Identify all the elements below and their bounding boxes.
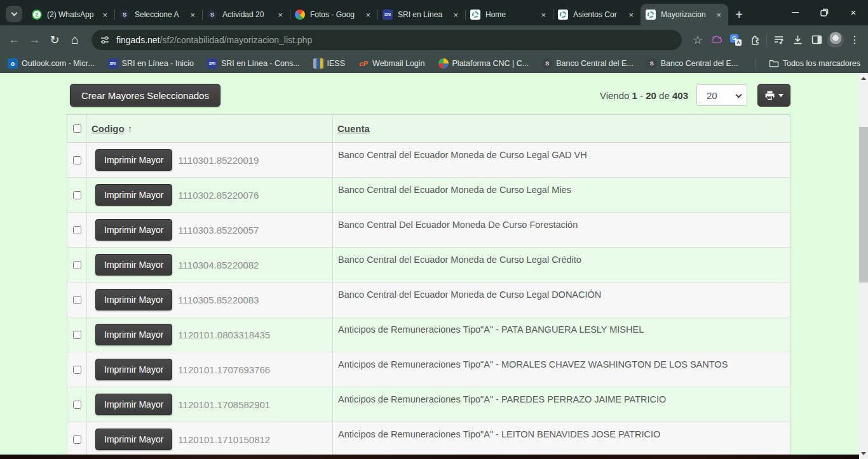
codigo-value: 1120101.0803318435 bbox=[178, 329, 270, 340]
table-row: Imprimir Mayor 1110305.85220083 Banco Ce… bbox=[67, 283, 790, 317]
imprimir-mayor-button[interactable]: Imprimir Mayor bbox=[95, 219, 172, 241]
forward-button[interactable]: → bbox=[24, 33, 44, 46]
row-checkbox[interactable] bbox=[73, 366, 81, 374]
scrollbar-thumb[interactable] bbox=[859, 127, 868, 283]
sort-ascending-icon[interactable]: ↑ bbox=[128, 123, 133, 134]
row-checkbox[interactable] bbox=[73, 401, 81, 409]
tab-close-icon[interactable]: × bbox=[539, 11, 548, 19]
all-bookmarks-button[interactable]: Todos los marcadores bbox=[769, 54, 860, 73]
browser-menu-icon[interactable]: ⋮ bbox=[845, 30, 864, 50]
vertical-scrollbar[interactable] bbox=[859, 73, 868, 459]
scroll-up-button[interactable] bbox=[859, 73, 868, 84]
window-restore-button[interactable] bbox=[810, 0, 839, 24]
table-row: Imprimir Mayor 1120101.1707693766 Antici… bbox=[67, 352, 790, 387]
bookmark-sri-inicio[interactable]: SRI SRI en Línea - Inicio bbox=[108, 58, 194, 69]
tab-close-icon[interactable]: × bbox=[188, 11, 197, 19]
page-size-value: 20 bbox=[707, 90, 717, 101]
cuenta-value: Anticipos de Remuneraciones Tipo"A" - MO… bbox=[333, 352, 790, 387]
back-button[interactable]: ← bbox=[4, 33, 24, 46]
imprimir-mayor-button[interactable]: Imprimir Mayor bbox=[95, 359, 172, 380]
extensions-puzzle-icon[interactable] bbox=[745, 30, 764, 50]
scroll-down-button[interactable] bbox=[859, 448, 868, 459]
bookmark-webmail[interactable]: cP Webmail Login bbox=[358, 58, 424, 69]
row-checkbox[interactable] bbox=[73, 261, 81, 269]
tab-close-icon[interactable]: × bbox=[100, 11, 109, 19]
tab-mayorizacion-active[interactable]: Mayorizacion × bbox=[641, 4, 728, 25]
tab-fotos[interactable]: Fotos - Goog × bbox=[290, 4, 377, 25]
row-checkbox[interactable] bbox=[73, 226, 81, 234]
imprimir-mayor-button[interactable]: Imprimir Mayor bbox=[95, 429, 172, 450]
side-panel-icon[interactable] bbox=[807, 30, 826, 50]
bookmark-label: Plataforma CNC | C... bbox=[452, 59, 529, 68]
viewing-status: Viendo 1 - 20 de 403 bbox=[600, 90, 688, 101]
cuenta-value: Banco Central del Ecuador Moneda de Curs… bbox=[333, 143, 790, 177]
bookmark-outlook[interactable]: o Outlook.com - Micr... bbox=[8, 58, 95, 69]
reload-button[interactable]: ↻ bbox=[44, 33, 65, 47]
caret-down-icon bbox=[778, 94, 783, 97]
tab-close-icon[interactable]: × bbox=[714, 11, 723, 19]
tab-home[interactable]: Home × bbox=[465, 4, 553, 25]
imprimir-mayor-button[interactable]: Imprimir Mayor bbox=[95, 289, 172, 310]
imprimir-mayor-button[interactable]: Imprimir Mayor bbox=[95, 254, 172, 276]
tab-seleccione[interactable]: S Seleccione A × bbox=[114, 4, 202, 25]
row-checkbox[interactable] bbox=[73, 436, 81, 444]
bookmark-banco-central-2[interactable]: S Banco Central del E... bbox=[647, 58, 738, 69]
cuenta-value: Anticipos de Remuneraciones Tipo"A" - PA… bbox=[333, 317, 790, 352]
tab-title: Actividad 20 bbox=[222, 10, 273, 19]
row-checkbox[interactable] bbox=[73, 191, 81, 199]
bookmark-banco-central-1[interactable]: S Banco Central del E... bbox=[542, 58, 634, 69]
extension-cloud-icon[interactable] bbox=[707, 30, 726, 50]
column-header-codigo[interactable]: Codigo bbox=[92, 123, 125, 134]
tab-close-icon[interactable]: × bbox=[363, 11, 372, 19]
folder-icon bbox=[769, 59, 779, 68]
bookmark-plataforma-cnc[interactable]: Plataforma CNC | C... bbox=[438, 58, 529, 69]
column-header-cuenta[interactable]: Cuenta bbox=[337, 123, 370, 134]
profile-avatar[interactable] bbox=[826, 30, 845, 50]
bookmark-iess[interactable]: IESS bbox=[313, 58, 346, 69]
tab-whatsapp[interactable]: 2 (2) WhatsApp × bbox=[27, 4, 114, 25]
codigo-value: 1110304.85220082 bbox=[178, 260, 259, 270]
page-content: Crear Mayores Seleccionados Viendo 1 - 2… bbox=[0, 73, 859, 459]
address-bar[interactable]: fingads.net/sf2/contabilidad/mayorizacio… bbox=[92, 30, 682, 50]
viewing-total: 403 bbox=[672, 90, 688, 101]
triangle-down-icon bbox=[861, 452, 866, 455]
print-menu-button[interactable] bbox=[757, 84, 790, 107]
tab-asientos[interactable]: Asientos Cor × bbox=[553, 4, 641, 25]
home-button[interactable]: ⌂ bbox=[65, 32, 85, 47]
tab-close-icon[interactable]: × bbox=[627, 11, 635, 19]
row-checkbox[interactable] bbox=[73, 156, 81, 164]
url-host: fingads.net bbox=[116, 35, 160, 45]
url-path: /sf2/contabilidad/mayorizacion_list.php bbox=[160, 35, 313, 45]
fingads-icon bbox=[646, 10, 656, 20]
downloads-icon[interactable] bbox=[788, 30, 807, 50]
cuenta-value: Banco Central del Ecuador Moneda de Curs… bbox=[333, 248, 790, 282]
tab-close-icon[interactable]: × bbox=[276, 11, 285, 19]
tab-search-button[interactable] bbox=[6, 6, 22, 22]
cuenta-value: Banco Central del Ecuador Moneda de Curs… bbox=[333, 283, 790, 317]
imprimir-mayor-button[interactable]: Imprimir Mayor bbox=[95, 324, 172, 345]
tab-actividad[interactable]: S Actividad 20 × bbox=[202, 4, 290, 25]
new-tab-button[interactable]: + bbox=[729, 5, 749, 24]
imprimir-mayor-button[interactable]: Imprimir Mayor bbox=[95, 149, 172, 171]
imprimir-mayor-button[interactable]: Imprimir Mayor bbox=[95, 184, 172, 206]
translate-icon[interactable]: G A bbox=[726, 30, 745, 50]
page-size-select[interactable]: 20 bbox=[696, 84, 747, 106]
window-close-button[interactable]: × bbox=[839, 0, 868, 24]
create-mayores-button[interactable]: Crear Mayores Seleccionados bbox=[70, 84, 220, 107]
media-controls-icon[interactable] bbox=[769, 30, 788, 50]
select-all-checkbox[interactable] bbox=[73, 124, 81, 133]
tab-close-icon[interactable]: × bbox=[451, 11, 460, 19]
toolbar-divider bbox=[766, 34, 767, 46]
codigo-value: 1110303.85220057 bbox=[178, 225, 259, 236]
bookmark-star-button[interactable]: ☆ bbox=[688, 30, 707, 50]
bookmark-sri-consultas[interactable]: SRI SRI en Línea - Cons... bbox=[207, 58, 300, 69]
sri-icon: SRI bbox=[108, 58, 118, 69]
site-settings-icon[interactable] bbox=[100, 35, 110, 45]
imprimir-mayor-button[interactable]: Imprimir Mayor bbox=[95, 394, 172, 415]
tab-sri[interactable]: SRI SRI en Línea × bbox=[377, 4, 465, 25]
window-minimize-button[interactable] bbox=[780, 0, 810, 24]
tab-title: Seleccione A bbox=[135, 10, 186, 19]
row-checkbox[interactable] bbox=[73, 296, 81, 304]
cpanel-icon: cP bbox=[358, 58, 369, 69]
row-checkbox[interactable] bbox=[73, 331, 81, 339]
